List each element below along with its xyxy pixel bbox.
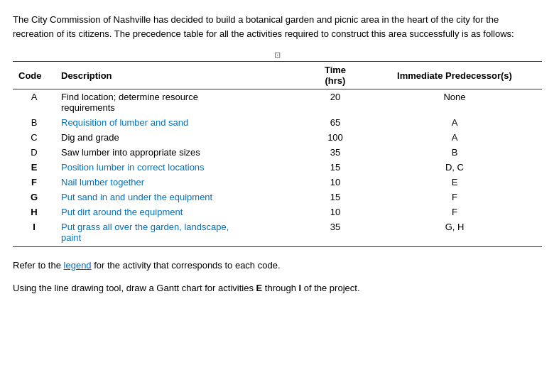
drawing-bold1: E (256, 283, 263, 293)
col-header-predecessor: Immediate Predecessor(s) (367, 62, 542, 89)
refer-suffix: for the activity that corresponds to eac… (92, 260, 281, 271)
drawing-prefix: Using the line drawing tool, draw a Gant… (13, 283, 256, 293)
table-row: B Requisition of lumber and sand 65 A (13, 115, 542, 130)
code-cell: D (13, 145, 55, 160)
pred-cell: F (367, 205, 542, 219)
time-cell: 65 (303, 115, 367, 130)
table-row: E Position lumber in correct locations 1… (13, 160, 542, 175)
table-row: D Saw lumber into appropriate sizes 35 B (13, 145, 542, 160)
pred-cell: B (367, 145, 542, 160)
desc-cell: Requisition of lumber and sand (55, 115, 303, 130)
desc-cell: Nail lumber together (55, 175, 303, 190)
pred-cell: None (367, 89, 542, 116)
time-cell: 35 (303, 219, 367, 247)
table-row: I Put grass all over the garden, landsca… (13, 219, 542, 247)
code-cell: H (13, 205, 55, 219)
code-cell: A (13, 89, 55, 116)
desc-cell: Dig and grade (55, 130, 303, 145)
desc-cell: Position lumber in correct locations (55, 160, 303, 175)
desc-cell: Find location; determine resourcerequire… (55, 89, 303, 116)
col-header-description: Description (55, 62, 303, 89)
desc-cell: Put dirt around the equipment (55, 205, 303, 219)
table-row: F Nail lumber together 10 E (13, 175, 542, 190)
time-cell: 35 (303, 145, 367, 160)
pred-cell: A (367, 130, 542, 145)
refer-prefix: Refer to the (13, 260, 64, 271)
time-cell: 15 (303, 190, 367, 205)
time-cell: 15 (303, 160, 367, 175)
table-icon: ⊡ (13, 50, 542, 60)
time-cell: 100 (303, 130, 367, 145)
pred-cell: G, H (367, 219, 542, 247)
desc-cell: Put grass all over the garden, landscape… (55, 219, 303, 247)
col-header-time: Time(hrs) (303, 62, 367, 89)
pred-cell: E (367, 175, 542, 190)
time-cell: 10 (303, 175, 367, 190)
drawing-paragraph: Using the line drawing tool, draw a Gant… (13, 281, 542, 295)
desc-cell: Saw lumber into appropriate sizes (55, 145, 303, 160)
code-cell: G (13, 190, 55, 205)
drawing-middle: through (262, 283, 298, 293)
table-row: C Dig and grade 100 A (13, 130, 542, 145)
col-header-code: Code (13, 62, 55, 89)
pred-cell: D, C (367, 160, 542, 175)
refer-paragraph: Refer to the legend for the activity tha… (13, 258, 542, 273)
pred-cell: F (367, 190, 542, 205)
code-cell: F (13, 175, 55, 190)
table-row: H Put dirt around the equipment 10 F (13, 205, 542, 219)
legend-link[interactable]: legend (64, 260, 92, 271)
table-container: ⊡ Code Description Time(hrs) Immediate P… (13, 50, 542, 247)
precedence-table: Code Description Time(hrs) Immediate Pre… (13, 61, 542, 247)
drawing-suffix: of the project. (301, 283, 359, 293)
pred-cell: A (367, 115, 542, 130)
code-cell: E (13, 160, 55, 175)
code-cell: B (13, 115, 55, 130)
table-row: G Put sand in and under the equipment 15… (13, 190, 542, 205)
intro-paragraph: The City Commission of Nashville has dec… (13, 13, 542, 40)
code-cell: I (13, 219, 55, 247)
desc-cell: Put sand in and under the equipment (55, 190, 303, 205)
table-row: A Find location; determine resourcerequi… (13, 89, 542, 116)
time-cell: 20 (303, 89, 367, 116)
time-cell: 10 (303, 205, 367, 219)
code-cell: C (13, 130, 55, 145)
